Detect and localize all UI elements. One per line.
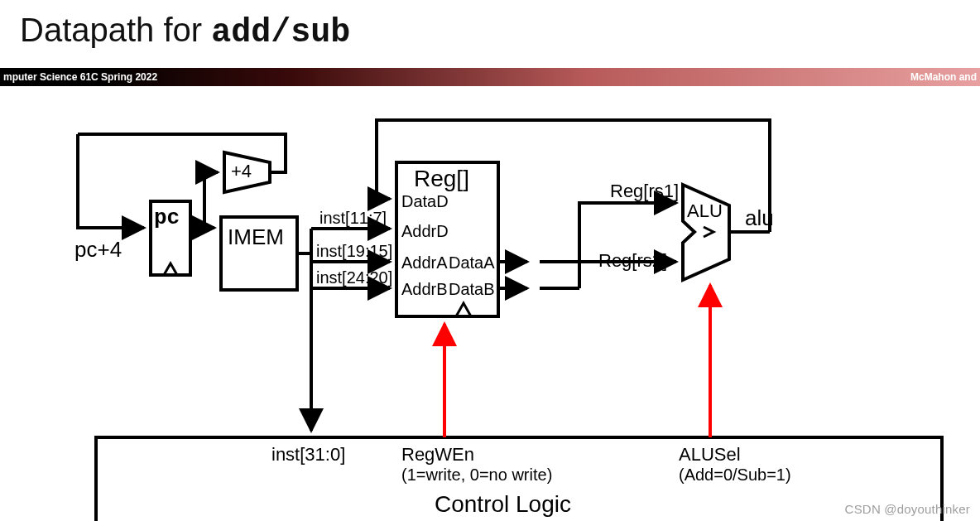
dataB-label: DataB: [449, 280, 495, 298]
pcplus4-label: pc+4: [74, 237, 122, 262]
watermark: CSDN @doyouthinker: [845, 502, 970, 516]
pc-register: pc: [151, 201, 190, 275]
regwen-sub: (1=write, 0=no write): [401, 466, 552, 484]
addrB-label: AddrB: [401, 280, 448, 298]
addrD-label: AddrD: [401, 222, 449, 240]
inst-24-20-label: inst[24:20]: [316, 268, 392, 287]
datapath-diagram: pc +4 IMEM Reg[] DataD AddrD AddrA DataA…: [0, 0, 980, 521]
svg-marker-4: [683, 185, 729, 280]
alu-label: ALU: [687, 200, 723, 221]
alu-block: ALU: [683, 185, 729, 280]
imem-label: IMEM: [228, 224, 284, 249]
dataA-label: DataA: [449, 253, 495, 272]
wire-plus4-feedback: [78, 134, 286, 172]
inst-full-label: inst[31:0]: [271, 444, 345, 465]
dataD-label: DataD: [401, 192, 449, 210]
plus4-label: +4: [231, 161, 252, 181]
reg-rs1-label: Reg[rs1]: [610, 181, 679, 201]
wire-feedback-into-pc: [78, 134, 144, 228]
reg-rs2-label: Reg[rs2]: [598, 250, 667, 271]
control-logic-label: Control Logic: [435, 491, 571, 517]
plus4-adder: +4: [224, 152, 270, 192]
regfile-block: Reg[] DataD AddrD AddrA DataA AddrB Data…: [396, 162, 498, 316]
inst-19-15-label: inst[19:15]: [316, 242, 392, 260]
imem-block: IMEM: [221, 217, 297, 290]
inst-11-7-label: inst[11:7]: [319, 209, 387, 227]
addrA-label: AddrA: [401, 253, 448, 272]
regwen-label: RegWEn: [401, 444, 474, 465]
regfile-title: Reg[]: [414, 166, 469, 191]
alusel-sub: (Add=0/Sub=1): [679, 466, 791, 484]
wire-pc-to-plus4: [204, 172, 218, 228]
pc-label: pc: [154, 205, 180, 230]
alusel-label: ALUSel: [679, 444, 741, 465]
